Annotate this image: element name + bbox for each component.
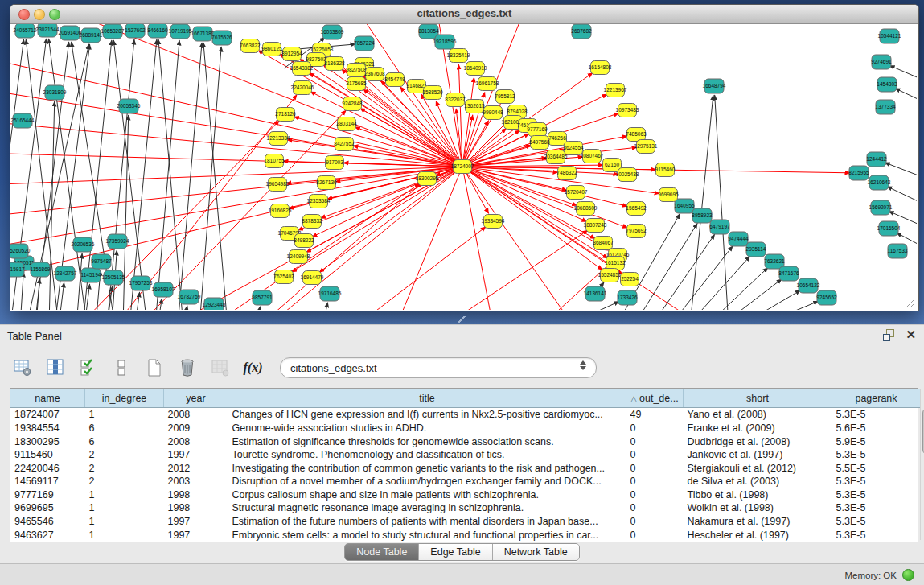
table-row[interactable]: 946554611997Estimation of the future num…: [10, 515, 920, 529]
graph-node[interactable]: 16961758: [476, 77, 499, 91]
column-header-short[interactable]: short: [684, 389, 832, 408]
graph-node[interactable]: 20206536: [72, 237, 95, 252]
graph-node[interactable]: 16210643: [868, 175, 891, 190]
citation-network-graph[interactable]: 2405571223021544206914062688914110653287…: [10, 24, 917, 310]
graph-node[interactable]: 1454303: [877, 77, 897, 92]
graph-node[interactable]: 16648794: [703, 79, 726, 93]
graph-node[interactable]: 17359924: [106, 234, 129, 249]
graph-node[interactable]: 12353584: [307, 195, 331, 208]
graph-node[interactable]: 1244412: [866, 152, 887, 167]
graph-node[interactable]: 9860125: [261, 43, 282, 56]
graph-node[interactable]: 10025438: [616, 168, 639, 182]
graph-node[interactable]: 8322037: [445, 93, 466, 107]
graph-node[interactable]: 1588520: [422, 86, 443, 100]
graph-node[interactable]: 16958107: [152, 282, 175, 297]
graph-node[interactable]: 19654985: [266, 178, 290, 192]
graph-node[interactable]: 3175685: [346, 77, 367, 91]
column-header-name[interactable]: name: [10, 389, 85, 408]
graph-node[interactable]: 8912954: [281, 47, 302, 61]
graph-node[interactable]: 10807467: [581, 150, 604, 163]
graph-node[interactable]: 10719195: [169, 24, 192, 39]
graph-node[interactable]: 8427552: [334, 138, 355, 151]
graph-node[interactable]: 1615132: [605, 257, 626, 270]
graph-node[interactable]: 17016504: [877, 221, 901, 236]
graph-node[interactable]: 8498222: [294, 234, 314, 248]
graph-node[interactable]: 9274691: [871, 55, 892, 69]
column-header-year[interactable]: year: [164, 389, 228, 408]
tab-node-table[interactable]: Node Table: [345, 544, 419, 560]
graph-node[interactable]: 1167533: [888, 244, 908, 258]
graph-node[interactable]: 10688609: [574, 202, 598, 216]
graph-node[interactable]: 1362615: [464, 100, 485, 113]
graph-node[interactable]: 7857224: [354, 36, 375, 51]
graph-node[interactable]: 18300295: [416, 172, 439, 186]
graph-node[interactable]: 1810755: [264, 154, 285, 168]
graph-node[interactable]: 18640910: [464, 62, 487, 76]
graph-node[interactable]: 18807243: [584, 219, 607, 233]
graph-node[interactable]: 2803144: [336, 117, 357, 131]
graph-node[interactable]: 746266: [548, 132, 567, 146]
graph-node[interactable]: 7955812: [495, 90, 515, 104]
graph-node[interactable]: 12409948: [287, 250, 310, 264]
graph-node[interactable]: 3915917: [10, 262, 25, 277]
graph-node[interactable]: 7975692: [626, 225, 647, 238]
graph-node[interactable]: 22420046: [291, 81, 314, 95]
delete-table-button[interactable]: [209, 357, 231, 379]
graph-node[interactable]: 8471676: [778, 266, 799, 281]
graph-node[interactable]: 8878332: [302, 215, 322, 229]
graph-node[interactable]: 8958923: [692, 208, 713, 223]
table-row[interactable]: 969969511998Structural magnetic resonanc…: [10, 501, 920, 515]
graph-node[interactable]: 1145194: [81, 268, 101, 282]
graph-node[interactable]: 1377334: [875, 100, 896, 114]
graph-node[interactable]: 26889141: [80, 28, 103, 43]
graph-node[interactable]: 1565492: [626, 202, 647, 216]
graph-node[interactable]: 12342757: [54, 266, 77, 281]
graph-node[interactable]: 15720407: [565, 186, 588, 200]
graph-node[interactable]: 19166825: [269, 204, 292, 218]
graph-node[interactable]: 10654122: [797, 278, 820, 293]
graph-node[interactable]: 1527602: [125, 24, 146, 38]
graph-node[interactable]: 20364486: [544, 150, 568, 164]
column-header-in-degree[interactable]: in_degree: [85, 389, 164, 408]
graph-node[interactable]: 19334594: [482, 215, 505, 229]
graph-node[interactable]: 1640955: [674, 199, 695, 213]
graph-node[interactable]: 12975131: [634, 140, 658, 154]
graph-node[interactable]: 1733426: [617, 290, 638, 305]
graph-node[interactable]: 252254: [621, 273, 639, 286]
graph-node[interactable]: 16543382: [290, 62, 314, 76]
graph-node[interactable]: 7615526: [211, 31, 232, 45]
select-rows-button[interactable]: [77, 357, 99, 379]
graph-node[interactable]: 1156869: [31, 262, 51, 277]
graph-node[interactable]: 14136141: [584, 286, 607, 301]
network-view[interactable]: 2405571223021544206914062688914110653287…: [10, 24, 917, 310]
table-row[interactable]: 1938455462009Genome-wide association stu…: [10, 422, 920, 435]
graph-node[interactable]: 2935114: [746, 242, 766, 257]
graph-node[interactable]: 917003: [326, 156, 344, 170]
splitter-handle[interactable]: [457, 316, 466, 323]
unselect-rows-button[interactable]: [110, 357, 132, 379]
table-row[interactable]: 1456911722003Disruption of a novel membe…: [10, 475, 920, 488]
graph-node[interactable]: 25260520: [10, 244, 31, 258]
delete-rows-button[interactable]: [176, 357, 198, 379]
graph-node[interactable]: 8466160: [147, 24, 168, 38]
graph-node[interactable]: 10973483: [616, 104, 639, 117]
graph-node[interactable]: 16914479: [301, 271, 324, 285]
graph-node[interactable]: 7663822: [240, 39, 261, 53]
graph-node[interactable]: 16033809: [321, 25, 344, 39]
tab-network-table[interactable]: Network Table: [493, 544, 579, 560]
graph-node[interactable]: 7485063: [626, 128, 647, 142]
graph-node[interactable]: 9857791: [252, 290, 273, 305]
graph-node[interactable]: 8186328: [324, 57, 345, 71]
graph-node[interactable]: 9115460: [655, 163, 676, 177]
column-header-title[interactable]: title: [228, 389, 626, 408]
graph-node[interactable]: 17957253: [129, 276, 153, 290]
graph-node[interactable]: 19716485: [318, 286, 342, 301]
graph-node[interactable]: 6479197: [709, 220, 730, 234]
table-selector[interactable]: citations_edges.txt: [280, 357, 597, 378]
graph-node[interactable]: 15692071: [869, 200, 893, 215]
graph-node[interactable]: 7625402: [273, 270, 294, 284]
close-panel-icon[interactable]: ✕: [906, 328, 916, 342]
graph-node[interactable]: 9975487: [91, 254, 112, 269]
graph-node[interactable]: 12213334: [267, 132, 290, 146]
graph-node[interactable]: 9245652: [816, 290, 837, 305]
